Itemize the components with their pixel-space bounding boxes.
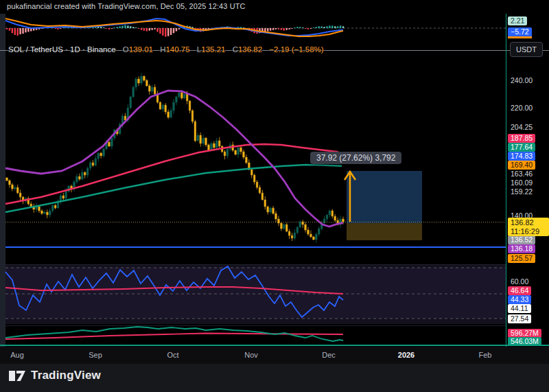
price-axis-label: 220.00 [508, 104, 535, 113]
tradingview-logo-text: TradingView [31, 369, 101, 382]
price-axis-label: 136.18 [508, 244, 535, 253]
price-axis-label: 187.85 [508, 134, 535, 143]
chart-canvas[interactable] [0, 0, 549, 392]
price-axis-label: 136.52 [508, 235, 535, 244]
symbol-title: SOL / TetherUS · 1D · Binance [8, 45, 116, 54]
macd-line-value-label: −5.72 [508, 27, 532, 38]
time-axis-label: Sep [89, 351, 102, 359]
time-axis-label: Nov [244, 351, 258, 359]
price-axis-label: 546.03M [508, 337, 541, 346]
change-value: −2.19 (−1.58%) [269, 45, 323, 54]
close-label: C [233, 45, 238, 54]
price-axis-label: 204.25 [508, 123, 535, 132]
symbol-ohlc-bar[interactable]: SOL / TetherUS · 1D · Binance O139.01 H1… [8, 45, 324, 54]
open-value: 139.01 [129, 45, 153, 54]
pane-separator[interactable] [0, 325, 506, 326]
time-axis-label: 2026 [398, 351, 414, 359]
price-axis-label: 27.54 [508, 314, 531, 323]
time-axis-label: Oct [167, 351, 178, 359]
price-axis-label: 169.40 [508, 161, 535, 170]
price-axis-label: 44.33 [508, 295, 531, 304]
price-axis-label: 240.00 [508, 76, 535, 85]
low-value: 135.21 [201, 45, 225, 54]
projection-tooltip: 37.92 (27.62%) 3,792 [310, 152, 401, 164]
current-price-label: 136.82 11:16:29 [508, 218, 549, 236]
time-axis-label: Dec [322, 351, 336, 359]
close-value: 136.82 [238, 45, 262, 54]
tradingview-chart-window: pukafinancial created with TradingView.c… [0, 0, 549, 392]
bar-countdown: 11:16:29 [511, 227, 546, 236]
price-axis-label: 163.46 [508, 170, 535, 178]
price-axis-label: 177.64 [508, 143, 535, 152]
current-price-value: 136.82 [511, 218, 546, 227]
price-axis-label: 174.83 [508, 152, 535, 161]
price-axis-label: 160.09 [508, 178, 535, 187]
price-axis-label: 60.00 [508, 277, 531, 286]
open-label: O [123, 45, 129, 54]
currency-toggle-button[interactable]: USDT [510, 42, 543, 57]
time-axis[interactable]: AugSepOctNovDec2026Feb [0, 347, 549, 364]
time-axis-label: Feb [479, 351, 492, 359]
high-value: 140.75 [165, 45, 189, 54]
tradingview-logo-icon [8, 370, 26, 382]
time-axis-label: Aug [10, 351, 24, 359]
macd-histogram-value-label: 2.21 [508, 16, 527, 25]
price-axis-label: 46.64 [508, 286, 531, 295]
price-axis-label: 159.22 [508, 187, 535, 196]
price-axis-label: 125.57 [508, 254, 535, 263]
price-axis[interactable]: 240.00220.00204.25187.85177.64174.83169.… [506, 14, 549, 364]
tradingview-logo[interactable]: TradingView [8, 369, 101, 382]
pane-separator[interactable] [0, 264, 506, 265]
price-axis-label: 44.11 [508, 304, 531, 313]
